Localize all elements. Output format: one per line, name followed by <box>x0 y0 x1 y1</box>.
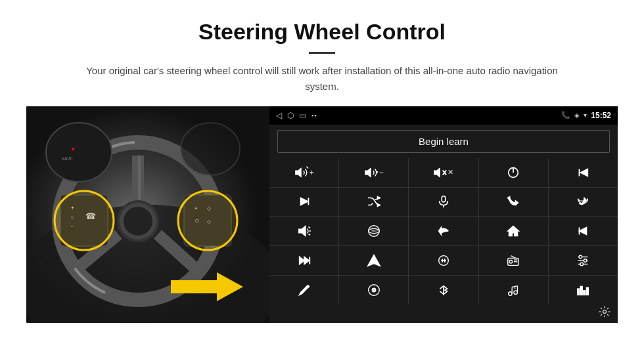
svg-text:km/h: km/h <box>62 156 72 161</box>
eq-button[interactable] <box>409 246 478 275</box>
svg-point-24 <box>181 123 240 175</box>
back-nav-icon[interactable]: ◁ <box>276 111 282 120</box>
svg-marker-53 <box>304 257 309 264</box>
svg-marker-40 <box>377 197 380 200</box>
equalizer-button[interactable] <box>549 276 618 304</box>
phone-answer-button[interactable] <box>479 188 548 217</box>
svg-point-6 <box>124 207 152 236</box>
android-panel: ◁ ⬡ ▭ ▪▪ 📞 ◈ ▾ 15:52 Begin learn <box>269 106 618 323</box>
content-area: + ≈ - ☎ ≡ ◇ ○ ◇ <box>26 106 618 323</box>
svg-point-22 <box>178 191 237 250</box>
mic-button[interactable] <box>409 188 478 217</box>
svg-point-61 <box>509 261 513 264</box>
svg-marker-37 <box>581 169 588 176</box>
svg-point-21 <box>55 191 114 250</box>
wifi-status-icon: ▾ <box>584 112 587 119</box>
location-status-icon: ◈ <box>574 112 580 119</box>
svg-line-74 <box>440 291 444 295</box>
next-track-button[interactable] <box>269 188 338 217</box>
svg-point-68 <box>579 255 582 259</box>
svg-text:360°: 360° <box>371 229 378 233</box>
status-left: ◁ ⬡ ▭ ▪▪ <box>276 111 317 120</box>
svg-point-77 <box>514 291 518 295</box>
vol-down-button[interactable]: − <box>339 158 408 187</box>
svg-marker-27 <box>295 168 300 177</box>
power-button[interactable] <box>479 158 548 187</box>
settings-row <box>269 304 618 323</box>
svg-line-75 <box>440 285 444 289</box>
svg-point-76 <box>509 292 513 296</box>
svg-marker-52 <box>299 257 304 264</box>
home-nav-icon[interactable]: ⬡ <box>287 111 294 120</box>
begin-learn-row: Begin learn <box>269 125 618 158</box>
svg-rect-42 <box>442 196 446 202</box>
svg-point-70 <box>580 262 584 266</box>
svg-rect-84 <box>584 291 586 295</box>
page-container: Steering Wheel Control Your original car… <box>0 0 644 336</box>
phone-hangup-button[interactable] <box>549 188 618 217</box>
svg-marker-29 <box>365 168 371 177</box>
svg-text:s: s <box>514 285 516 289</box>
status-bar: ◁ ⬡ ▭ ▪▪ 📞 ◈ ▾ 15:52 <box>269 106 618 125</box>
svg-text:●: ● <box>71 145 75 152</box>
360-view-button[interactable]: 360° <box>339 217 408 245</box>
title-divider <box>309 52 335 54</box>
icon-grid: + − ✕ <box>269 158 618 304</box>
status-right: 📞 ◈ ▾ 15:52 <box>561 111 611 120</box>
skip-back-button[interactable] <box>549 217 618 245</box>
back-button[interactable] <box>409 217 478 245</box>
vol-mute-button[interactable]: ✕ <box>409 158 478 187</box>
svg-point-23 <box>46 123 112 182</box>
svg-line-44 <box>308 227 310 228</box>
steering-wheel-svg: + ≈ - ☎ ≡ ◇ ○ ◇ <box>26 106 269 323</box>
begin-learn-button[interactable]: Begin learn <box>277 130 610 153</box>
settings-sliders-button[interactable] <box>549 246 618 275</box>
radio-button[interactable] <box>479 246 548 275</box>
home-button[interactable] <box>479 217 548 245</box>
svg-point-73 <box>373 289 375 291</box>
svg-marker-38 <box>300 198 308 205</box>
prev-track-button[interactable] <box>549 158 618 187</box>
horn-button[interactable] <box>269 217 338 245</box>
subtitle: Your original car's steering wheel contr… <box>72 63 572 94</box>
edit-button[interactable] <box>269 276 338 304</box>
svg-point-69 <box>584 259 587 262</box>
signal-icon: ▪▪ <box>311 112 317 119</box>
phone-status-icon: 📞 <box>561 111 570 119</box>
svg-marker-55 <box>368 255 380 266</box>
music-button[interactable]: s <box>479 276 548 304</box>
svg-point-86 <box>603 310 607 314</box>
bluetooth-button[interactable] <box>409 276 478 304</box>
nav-button[interactable] <box>339 246 408 275</box>
svg-line-46 <box>308 234 310 236</box>
svg-marker-41 <box>377 204 380 207</box>
svg-line-28 <box>306 167 308 169</box>
time-display: 15:52 <box>591 111 611 120</box>
vol-up-button[interactable]: + <box>269 158 338 187</box>
disc-button[interactable] <box>339 276 408 304</box>
fast-forward-button[interactable] <box>269 246 338 275</box>
page-title: Steering Wheel Control <box>26 18 618 45</box>
shuffle-button[interactable] <box>339 188 408 217</box>
svg-marker-31 <box>434 168 440 177</box>
svg-rect-83 <box>581 286 583 295</box>
settings-gear-icon[interactable] <box>598 305 611 322</box>
steering-bg: + ≈ - ☎ ≡ ◇ ○ ◇ <box>26 106 269 323</box>
recents-nav-icon[interactable]: ▭ <box>299 111 306 120</box>
svg-marker-50 <box>580 228 587 235</box>
title-section: Steering Wheel Control Your original car… <box>26 18 618 94</box>
svg-rect-85 <box>587 287 589 295</box>
svg-rect-82 <box>578 289 580 295</box>
steering-wheel-image: + ≈ - ☎ ≡ ◇ ○ ◇ <box>26 106 269 323</box>
